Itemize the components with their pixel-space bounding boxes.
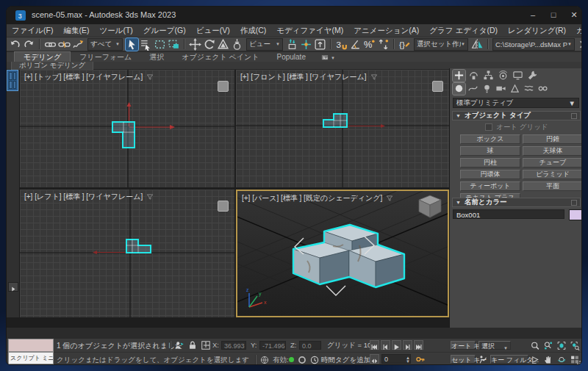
go-to-start-icon[interactable]: [370, 340, 379, 350]
lock-selection-icon[interactable]: [187, 340, 198, 350]
primitive-category-dropdown[interactable]: 標準プリミティブ ▼: [453, 98, 579, 108]
viewport-label-text[interactable]: [+] [トップ] [標準 ] [ワイヤフレーム]: [24, 72, 143, 82]
zoom-extents-icon[interactable]: [556, 340, 567, 350]
unlink-icon[interactable]: [58, 38, 71, 51]
viewport-filter-icon[interactable]: [146, 193, 154, 201]
named-selection-sets-dropdown[interactable]: 選択セット作成▼: [414, 38, 468, 51]
select-by-name-icon[interactable]: [140, 38, 152, 51]
link-icon[interactable]: [44, 38, 57, 51]
snaps-toggle-icon[interactable]: 3: [335, 38, 348, 51]
lights-tab[interactable]: [481, 83, 493, 95]
z-coord-field[interactable]: 0.0: [299, 341, 321, 350]
select-scale-icon[interactable]: [217, 38, 229, 51]
isolate-selection-icon[interactable]: [174, 340, 184, 350]
go-to-end-icon[interactable]: [414, 340, 423, 350]
key-settings-icon[interactable]: [415, 354, 426, 364]
viewcube-mini[interactable]: [218, 81, 229, 92]
orbit-icon[interactable]: [556, 354, 567, 364]
key-filters-button[interactable]: キー フィルタ...: [490, 355, 528, 364]
systems-tab[interactable]: [537, 83, 549, 95]
title-bar[interactable]: 3 scene-05.max - Autodesk 3ds Max 2023 –…: [7, 7, 581, 24]
object-type-button[interactable]: 球: [460, 146, 520, 156]
viewport-top[interactable]: [+] [トップ] [標準 ] [ワイヤフレーム]: [20, 70, 234, 187]
play-icon[interactable]: [392, 340, 401, 350]
display-tab[interactable]: [512, 70, 524, 82]
create-tab[interactable]: [453, 70, 465, 82]
next-frame-icon[interactable]: [403, 340, 412, 350]
motion-tab[interactable]: [497, 70, 509, 82]
close-button[interactable]: ✕: [564, 7, 582, 24]
menu-item[interactable]: ビュー(V): [191, 24, 235, 37]
select-manipulate-icon[interactable]: [300, 38, 312, 51]
viewport-label[interactable]: [+] [レフト] [標準 ] [ワイヤフレーム]: [24, 192, 154, 202]
key-mode-dropdown[interactable]: 選択 ▼: [478, 341, 511, 350]
reference-coordinate-dropdown[interactable]: ビュー▼: [246, 38, 283, 51]
default-tangent-icon[interactable]: [478, 354, 489, 364]
ribbon-tab[interactable]: オブジェクト ペイント: [173, 52, 268, 62]
viewcube-mini[interactable]: [432, 81, 443, 92]
utilities-tab[interactable]: [526, 70, 539, 82]
select-place-icon[interactable]: [231, 38, 243, 51]
auto-key-button[interactable]: オート キー: [451, 341, 476, 350]
ribbon-tab[interactable]: 選択: [140, 52, 173, 62]
minimize-button[interactable]: –: [523, 7, 543, 24]
x-coord-field[interactable]: 36.993: [221, 341, 246, 350]
zoom-extents-all-icon[interactable]: [570, 340, 581, 350]
menu-item[interactable]: アニメーション(A): [348, 24, 424, 37]
viewport-layout-flyout-button[interactable]: [8, 282, 18, 292]
menu-item[interactable]: ファイル(F): [7, 24, 58, 37]
select-rotate-icon[interactable]: [203, 38, 215, 51]
viewport-label[interactable]: [+] [フロント] [標準 ] [ワイヤフレーム]: [240, 72, 378, 82]
name-color-rollout[interactable]: ▼ 名前とカラー: [452, 198, 581, 207]
key-step-toggle[interactable]: [370, 354, 379, 364]
viewcube-mini[interactable]: [218, 201, 229, 212]
menu-item[interactable]: カスタマイズ(U): [571, 24, 582, 37]
percent-snap-icon[interactable]: %: [363, 38, 376, 51]
viewport-label-text[interactable]: [+] [パース] [標準 ] [既定のシェーディング]: [242, 193, 382, 203]
maximize-button[interactable]: □: [543, 7, 564, 24]
viewport-filter-icon[interactable]: [146, 73, 154, 81]
menu-item[interactable]: モディファイヤ(M): [271, 24, 348, 37]
object-type-button[interactable]: 天球体: [523, 146, 582, 156]
use-pivot-center-icon[interactable]: [286, 38, 298, 51]
viewport-label-text[interactable]: [+] [フロント] [標準 ] [ワイヤフレーム]: [240, 72, 367, 82]
cameras-tab[interactable]: [495, 83, 507, 95]
menu-item[interactable]: ツール(T): [94, 24, 137, 37]
set-key-button[interactable]: セット キー: [451, 355, 476, 364]
object-type-button[interactable]: チューブ: [523, 158, 582, 168]
object-type-button[interactable]: ボックス: [460, 134, 520, 144]
resize-grip[interactable]: [577, 360, 581, 364]
y-coord-field[interactable]: -71.496: [259, 341, 286, 350]
object-type-button[interactable]: ピラミッド: [523, 170, 582, 179]
menu-item[interactable]: レンダリング(R): [503, 24, 571, 37]
bind-spacewarp-icon[interactable]: [72, 38, 85, 51]
selection-filter-dropdown[interactable]: すべて▼: [87, 38, 123, 51]
viewport-front[interactable]: [+] [フロント] [標準 ] [ワイヤフレーム]: [236, 70, 449, 187]
menu-item[interactable]: グラフ エディタ(D): [424, 24, 503, 37]
geometry-tab[interactable]: [453, 83, 465, 95]
object-type-button[interactable]: 円環体: [460, 170, 520, 179]
spinner-snap-icon[interactable]: [377, 38, 390, 51]
project-folder-dropdown[interactable]: C:\Storage\P...dsMax Project▼: [492, 38, 575, 51]
safe-scene-icon[interactable]: [259, 355, 270, 365]
viewport-left[interactable]: [+] [レフト] [標準 ] [ワイヤフレーム]: [20, 190, 234, 317]
object-type-rollout[interactable]: ▼ オブジェクト タイプ: [452, 111, 581, 120]
zoom-icon[interactable]: [530, 340, 541, 350]
object-type-button[interactable]: ティーポット: [460, 181, 520, 191]
modify-tab[interactable]: [467, 70, 480, 82]
shapes-tab[interactable]: [467, 83, 479, 95]
redo-icon[interactable]: [23, 38, 35, 51]
spacewarps-tab[interactable]: [523, 83, 535, 95]
macro-recorder-pane[interactable]: [8, 339, 54, 352]
menu-item[interactable]: グループ(G): [138, 24, 191, 37]
select-object-icon[interactable]: [126, 38, 138, 51]
object-type-button[interactable]: 円柱: [460, 158, 520, 168]
zoom-region-icon[interactable]: [530, 354, 541, 364]
helpers-tab[interactable]: [509, 83, 521, 95]
spinner-down-icon[interactable]: ▼: [406, 359, 410, 364]
toolbar-overflow-icon[interactable]: [578, 38, 582, 51]
viewport-filter-icon[interactable]: [370, 73, 378, 81]
transform-gizmo-icon[interactable]: [201, 340, 211, 350]
object-type-button[interactable]: 平面: [523, 181, 582, 191]
undo-icon[interactable]: [9, 38, 21, 51]
